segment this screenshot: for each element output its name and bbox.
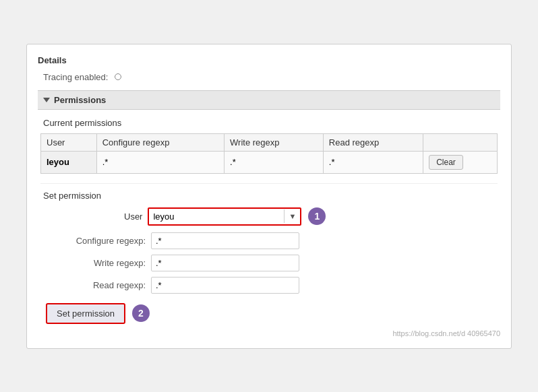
set-permission-section-label: Set permission bbox=[40, 183, 498, 201]
configure-regexp-label: Configure regexp: bbox=[43, 236, 151, 246]
badge-1: 1 bbox=[308, 207, 326, 225]
collapse-icon bbox=[43, 98, 50, 102]
cell-user: leyou bbox=[41, 151, 97, 173]
button-row: Set permission 2 bbox=[43, 303, 495, 324]
write-regexp-input[interactable] bbox=[151, 255, 299, 271]
configure-regexp-input[interactable] bbox=[151, 232, 299, 249]
permissions-table: User Configure regexp Write regexp Read … bbox=[40, 133, 498, 174]
details-section: Details Tracing enabled: bbox=[38, 55, 500, 82]
read-regexp-row: Read regexp: bbox=[43, 277, 495, 294]
write-regexp-row: Write regexp: bbox=[43, 255, 495, 271]
permissions-header[interactable]: Permissions bbox=[38, 90, 500, 110]
cell-action: Clear bbox=[423, 151, 498, 173]
col-header-action bbox=[423, 133, 498, 151]
col-header-user: User bbox=[41, 133, 97, 151]
watermark: https://blog.csdn.net/d 40965470 bbox=[38, 329, 500, 337]
dropdown-arrow-icon: ▼ bbox=[284, 209, 300, 223]
main-container: Details Tracing enabled: Permissions Cur… bbox=[26, 44, 512, 349]
tracing-row: Tracing enabled: bbox=[38, 72, 500, 82]
user-select-wrapper[interactable]: leyou ▼ bbox=[148, 207, 301, 226]
configure-regexp-row: Configure regexp: bbox=[43, 232, 495, 249]
tracing-label: Tracing enabled: bbox=[43, 72, 108, 82]
read-regexp-input[interactable] bbox=[151, 277, 299, 294]
cell-configure: .* bbox=[96, 151, 224, 173]
col-header-write: Write regexp bbox=[225, 133, 324, 151]
col-header-read: Read regexp bbox=[323, 133, 423, 151]
set-permission-form: User leyou ▼ 1 Configure regexp: Write r… bbox=[40, 207, 498, 324]
set-permission-button[interactable]: Set permission bbox=[46, 303, 125, 324]
write-regexp-label: Write regexp: bbox=[43, 258, 151, 268]
details-title: Details bbox=[38, 55, 500, 65]
col-header-configure: Configure regexp bbox=[96, 133, 224, 151]
table-row: leyou .* .* .* Clear bbox=[41, 151, 498, 173]
current-permissions-label: Current permissions bbox=[40, 118, 498, 128]
cell-write: .* bbox=[225, 151, 324, 173]
read-regexp-label: Read regexp: bbox=[43, 280, 151, 290]
tracing-radio[interactable] bbox=[115, 73, 121, 80]
user-select[interactable]: leyou bbox=[149, 209, 284, 224]
badge-2: 2 bbox=[132, 304, 150, 322]
clear-button[interactable]: Clear bbox=[429, 155, 463, 170]
permissions-title: Permissions bbox=[54, 95, 106, 105]
current-permissions-section: Current permissions User Configure regex… bbox=[38, 118, 500, 324]
user-field-label: User bbox=[124, 211, 142, 222]
cell-read: .* bbox=[323, 151, 423, 173]
user-select-row: User leyou ▼ 1 bbox=[43, 207, 495, 226]
